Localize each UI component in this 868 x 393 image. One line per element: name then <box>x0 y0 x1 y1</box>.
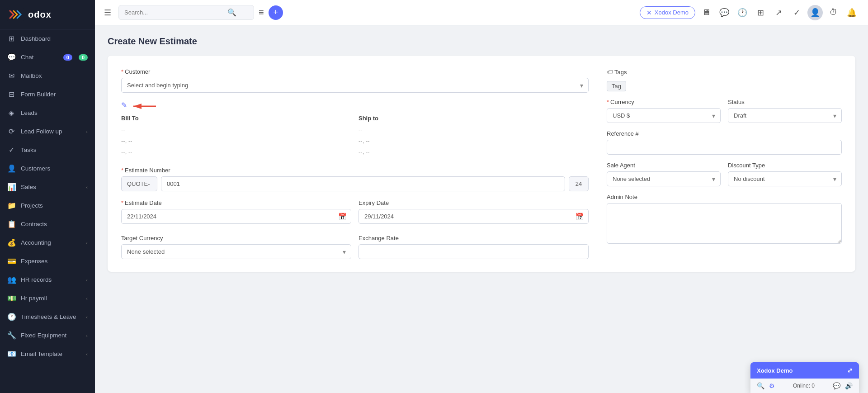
ship-to-section: Ship to -- --, -- --, -- <box>359 115 589 158</box>
grid-icon[interactable]: ⊞ <box>753 5 768 20</box>
chat-footer-right-icons: 💬 🔊 <box>833 382 853 389</box>
user-avatar[interactable]: 👤 <box>807 5 823 20</box>
sales-chevron: ‹ <box>86 185 88 190</box>
ship-to-line1: -- <box>359 124 589 136</box>
sidebar-label-chat: Chat <box>21 54 57 61</box>
menu-dots-icon[interactable]: ≡ <box>259 7 264 18</box>
exchange-rate-input[interactable] <box>359 244 589 259</box>
sidebar-item-mailbox[interactable]: ✉ Mailbox <box>0 66 95 85</box>
demo-label: Xodox Demo <box>655 9 689 16</box>
tag-value: Tag <box>612 83 621 90</box>
tag-chip[interactable]: Tag <box>607 81 626 91</box>
currency-status-row: * Currency USD $ Status <box>607 99 842 123</box>
clock-icon[interactable]: ⏱ <box>826 5 841 20</box>
form-right: 🏷 Tags Tag * Currency <box>607 68 842 259</box>
chat-message-icon[interactable]: 💬 <box>833 382 840 389</box>
sidebar-item-leads[interactable]: ◈ Leads <box>0 104 95 122</box>
target-currency-label: Target Currency <box>121 235 351 241</box>
estimate-date-field: * Estimate Date 📅 <box>121 199 351 224</box>
ship-to-line2: --, -- <box>359 136 589 147</box>
estimate-number-input[interactable] <box>161 176 565 191</box>
hamburger-menu[interactable]: ☰ <box>104 8 111 18</box>
sidebar-item-email-template[interactable]: 📧 Email Template ‹ <box>0 345 95 363</box>
email-template-icon: 📧 <box>7 350 15 358</box>
chat-search-icon[interactable]: 🔍 <box>757 382 764 389</box>
status-select-wrapper[interactable]: Draft <box>728 108 842 123</box>
share-icon[interactable]: ↗ <box>771 5 786 20</box>
sidebar-item-fixed-equipment[interactable]: 🔧 Fixed Equipment ‹ <box>0 326 95 345</box>
status-select[interactable]: Draft <box>728 108 842 123</box>
estimate-number-field: * Estimate Number QUOTE- 24 <box>121 167 589 191</box>
hr-payroll-chevron: ‹ <box>86 296 88 301</box>
tasks-icon: ✓ <box>7 146 15 154</box>
ship-to-line3: --, -- <box>359 147 589 158</box>
target-currency-select[interactable]: None selected <box>121 244 351 259</box>
sidebar-item-hr-payroll[interactable]: 💵 Hr payroll ‹ <box>0 289 95 308</box>
chat-audio-icon[interactable]: 🔊 <box>845 382 853 389</box>
estimate-date-wrapper[interactable]: 📅 <box>121 209 351 224</box>
sidebar-label-contracts: Contracts <box>21 221 88 227</box>
bill-ship-section: Bill To -- --, -- --, -- Ship to -- --, … <box>121 115 589 158</box>
currency-select-wrapper[interactable]: USD $ <box>607 108 721 123</box>
sidebar-item-hr-records[interactable]: 👥 HR records ‹ <box>0 270 95 289</box>
demo-button[interactable]: ✕ Xodox Demo <box>640 6 695 19</box>
bill-to-label: Bill To <box>121 115 351 122</box>
sidebar-label-timesheets: Timesheets & Leave <box>21 313 80 320</box>
target-row: Target Currency None selected Exchange R… <box>121 235 589 259</box>
mailbox-icon: ✉ <box>7 71 15 80</box>
discount-type-wrapper[interactable]: No discount <box>728 171 842 186</box>
discount-type-select[interactable]: No discount <box>728 171 842 186</box>
currency-select[interactable]: USD $ <box>607 108 721 123</box>
sidebar-label-accounting: Accounting <box>21 239 80 246</box>
sidebar-item-expenses[interactable]: 💳 Expenses <box>0 252 95 270</box>
discount-type-field: Discount Type No discount <box>728 162 842 186</box>
sidebar-item-accounting[interactable]: 💰 Accounting ‹ <box>0 233 95 252</box>
status-field: Status Draft <box>728 99 842 123</box>
sidebar-item-chat[interactable]: 💬 Chat 0 0 <box>0 48 95 66</box>
required-star: * <box>121 68 123 75</box>
admin-note-textarea[interactable] <box>607 203 842 244</box>
estimate-prefix: QUOTE- <box>121 176 157 191</box>
edit-icon[interactable]: ✎ <box>121 101 127 109</box>
search-input[interactable] <box>124 9 224 16</box>
sidebar-item-form-builder[interactable]: ⊟ Form Builder <box>0 85 95 104</box>
sidebar-item-tasks[interactable]: ✓ Tasks <box>0 141 95 159</box>
sidebar-item-projects[interactable]: 📁 Projects <box>0 196 95 215</box>
estimate-date-label: * Estimate Date <box>121 199 351 206</box>
expiry-date-wrapper[interactable]: 📅 <box>359 209 589 224</box>
sidebar-label-lead-followup: Lead Follow up <box>21 128 80 135</box>
chat-online-status: Online: 0 <box>793 383 815 389</box>
screen-icon[interactable]: 🖥 <box>699 5 713 20</box>
chat-widget-icons: ⤢ <box>847 367 853 374</box>
expiry-date-calendar-icon[interactable]: 📅 <box>576 213 584 221</box>
sidebar-item-timesheets[interactable]: 🕐 Timesheets & Leave ‹ <box>0 308 95 326</box>
chat-expand-icon[interactable]: ⤢ <box>847 367 853 374</box>
search-box[interactable]: 🔍 <box>118 5 254 20</box>
bell-icon[interactable]: 🔔 <box>844 5 859 20</box>
sale-agent-select[interactable]: None selected <box>607 171 721 186</box>
expiry-date-input[interactable] <box>359 209 589 224</box>
edit-row: ✎ <box>121 101 589 111</box>
reference-input[interactable] <box>607 140 842 155</box>
check-icon[interactable]: ✓ <box>789 5 804 20</box>
sidebar-item-customers[interactable]: 👤 Customers <box>0 159 95 178</box>
logo-text: odox <box>28 9 52 20</box>
chat-topbar-icon[interactable]: 💬 <box>717 5 731 20</box>
sidebar-item-lead-followup[interactable]: ⟳ Lead Follow up ‹ <box>0 122 95 141</box>
add-button[interactable]: + <box>269 5 283 20</box>
estimate-date-calendar-icon[interactable]: 📅 <box>338 213 347 221</box>
customer-select[interactable]: Select and begin typing <box>121 78 589 93</box>
history-icon[interactable]: 🕐 <box>735 5 750 20</box>
sidebar-item-contracts[interactable]: 📋 Contracts <box>0 215 95 233</box>
target-currency-wrapper[interactable]: None selected <box>121 244 351 259</box>
expenses-icon: 💳 <box>7 257 15 265</box>
form-card: * Customer Select and begin typing ✎ <box>108 56 855 272</box>
sidebar-item-dashboard[interactable]: ⊞ Dashboard <box>0 29 95 48</box>
sale-agent-wrapper[interactable]: None selected <box>607 171 721 186</box>
chat-settings-icon[interactable]: ⚙ <box>769 382 775 389</box>
estimate-date-input[interactable] <box>121 209 351 224</box>
sidebar-item-sales[interactable]: 📊 Sales ‹ <box>0 178 95 196</box>
leads-icon: ◈ <box>7 109 15 117</box>
topbar: ☰ 🔍 ≡ + ✕ Xodox Demo 🖥 💬 🕐 ⊞ ↗ ✓ 👤 ⏱ 🔔 <box>95 0 868 25</box>
customer-select-wrapper[interactable]: Select and begin typing <box>121 78 589 93</box>
